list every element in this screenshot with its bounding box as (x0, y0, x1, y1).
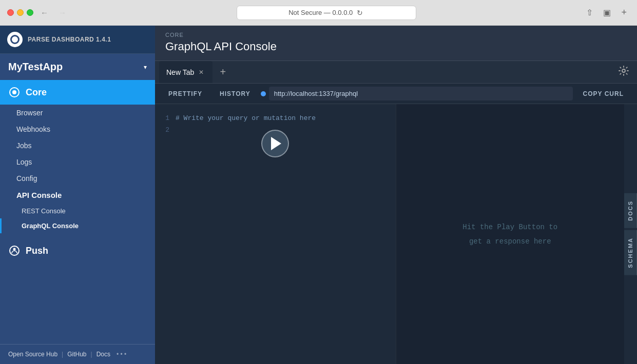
svg-point-1 (12, 90, 16, 94)
response-placeholder: Hit the Play Button to get a response he… (462, 220, 557, 249)
tab-label: New Tab (166, 68, 194, 76)
back-button[interactable]: ← (37, 7, 51, 18)
response-placeholder-line2: get a response here (462, 234, 557, 249)
response-placeholder-line1: Hit the Play Button to (462, 220, 557, 234)
endpoint-indicator (261, 91, 266, 96)
copy-curl-button[interactable]: COPY CURL (576, 87, 631, 100)
sidebar-item-browser[interactable]: Browser (0, 105, 155, 121)
sidebar-item-webhooks[interactable]: Webhooks (0, 121, 155, 137)
core-label: Core (26, 87, 47, 98)
footer-sep-2: | (91, 351, 92, 358)
app-name-row[interactable]: MyTestApp ▾ (0, 54, 155, 80)
gear-icon (619, 66, 629, 76)
traffic-light-yellow[interactable] (17, 9, 24, 16)
tab-bar: New Tab ✕ + (155, 61, 637, 84)
line-content-1: # Write your query or mutation here (176, 112, 316, 124)
traffic-lights (7, 9, 33, 16)
reload-button[interactable]: ↻ (356, 9, 364, 17)
editor-pane[interactable]: 1 # Write your query or mutation here 2 (155, 104, 396, 364)
share-button[interactable]: ⇧ (583, 7, 596, 18)
sidebar-header: PARSE DASHBOARD 1.4.1 (0, 26, 155, 54)
editor-line-1: 1 # Write your query or mutation here (161, 112, 390, 124)
settings-button[interactable] (614, 64, 633, 80)
line-num-1: 1 (161, 112, 169, 124)
sidebar: PARSE DASHBOARD 1.4.1 MyTestApp ▾ Core B… (0, 26, 155, 364)
prettify-button[interactable]: PRETTIFY (161, 87, 209, 100)
github-link[interactable]: GitHub (67, 351, 86, 358)
duplicate-button[interactable]: ▣ (600, 7, 614, 18)
page-title: GraphQL API Console (165, 40, 627, 53)
tab-new-tab[interactable]: New Tab ✕ (159, 61, 213, 83)
forward-button[interactable]: → (55, 7, 69, 18)
endpoint-input[interactable] (269, 87, 573, 100)
sidebar-item-logs[interactable]: Logs (0, 154, 155, 170)
sidebar-item-jobs[interactable]: Jobs (0, 137, 155, 154)
side-tabs: DOCS SCHEMA (624, 104, 637, 364)
breadcrumb: CORE (165, 32, 627, 38)
history-button[interactable]: HISTORY (213, 87, 258, 100)
play-icon (271, 137, 281, 150)
editor-response-wrapper: 1 # Write your query or mutation here 2 … (155, 104, 637, 364)
core-sub-items: Browser Webhooks Jobs Logs Config API Co… (0, 105, 155, 233)
browser-chrome: ← → Not Secure — 0.0.0.0 ↻ ⇧ ▣ + (0, 0, 637, 26)
play-button[interactable] (261, 130, 289, 157)
svg-point-3 (13, 248, 16, 251)
sidebar-item-graphql-console[interactable]: GraphQL Console (0, 218, 155, 233)
sidebar-footer: Open Source Hub | GitHub | Docs • • • (0, 344, 155, 364)
schema-side-tab[interactable]: SCHEMA (624, 230, 637, 275)
docs-side-tab[interactable]: DOCS (624, 193, 637, 228)
traffic-light-red[interactable] (7, 9, 14, 16)
footer-dots: • • • (117, 351, 126, 358)
address-bar-wrapper: Not Secure — 0.0.0.0 ↻ (73, 6, 579, 20)
console-toolbar: PRETTIFY HISTORY COPY CURL (155, 84, 637, 104)
push-icon (8, 245, 21, 257)
sidebar-item-core[interactable]: Core (0, 80, 155, 105)
sidebar-item-api-console[interactable]: API Console (0, 187, 155, 204)
main-header: CORE GraphQL API Console (155, 26, 637, 61)
app-name-text: MyTestApp (8, 61, 144, 73)
app-container: PARSE DASHBOARD 1.4.1 MyTestApp ▾ Core B… (0, 26, 637, 364)
tab-close-icon[interactable]: ✕ (197, 68, 205, 76)
traffic-light-green[interactable] (27, 9, 33, 16)
sidebar-app-title: PARSE DASHBOARD 1.4.1 (28, 36, 111, 43)
address-bar[interactable]: Not Secure — 0.0.0.0 ↻ (237, 6, 416, 20)
new-tab-button[interactable]: + (618, 6, 630, 19)
response-pane: Hit the Play Button to get a response he… (396, 104, 625, 364)
push-label: Push (26, 246, 48, 256)
address-text: Not Secure — 0.0.0.0 (288, 9, 353, 16)
sidebar-item-rest-console[interactable]: REST Console (0, 204, 155, 218)
app-dropdown-arrow: ▾ (144, 64, 147, 71)
footer-sep-1: | (62, 351, 63, 358)
sidebar-item-config[interactable]: Config (0, 170, 155, 187)
line-num-2: 2 (161, 124, 169, 136)
open-source-hub-link[interactable]: Open Source Hub (8, 351, 57, 358)
sidebar-item-push[interactable]: Push (0, 237, 155, 264)
svg-point-4 (622, 69, 625, 72)
core-icon (8, 86, 21, 98)
add-tab-button[interactable]: + (216, 65, 230, 79)
main-content: CORE GraphQL API Console New Tab ✕ + PRE… (155, 26, 637, 364)
parse-logo (7, 32, 23, 47)
docs-link[interactable]: Docs (96, 351, 110, 358)
